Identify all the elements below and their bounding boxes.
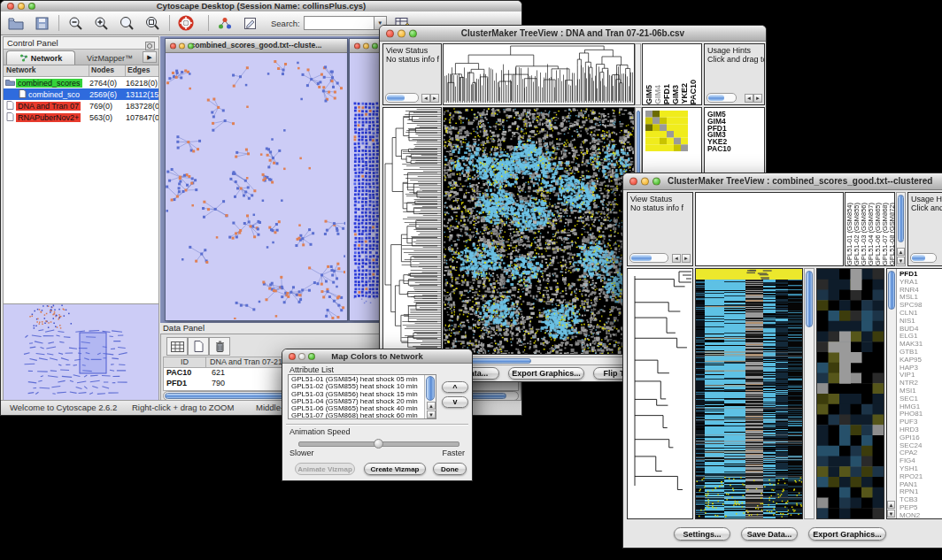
- dialog-title-bar[interactable]: Map Colors to Network: [282, 349, 472, 364]
- tab-network[interactable]: Network: [6, 50, 75, 65]
- heatmap-canvas[interactable]: [696, 269, 802, 518]
- network-graph-canvas[interactable]: [166, 53, 345, 319]
- frame-title-bar[interactable]: combined_scores_good.txt--cluste...: [166, 39, 347, 53]
- new-attribute-button[interactable]: [188, 337, 209, 356]
- attribute-item[interactable]: GPL51-07 (GSM868) heat shock 60 min: [291, 412, 436, 419]
- open-file-icon[interactable]: [6, 14, 26, 32]
- scroll-down-icon[interactable]: ▼: [427, 410, 436, 418]
- zoom-window-icon[interactable]: [652, 178, 660, 186]
- zoom-window-icon[interactable]: [28, 3, 35, 10]
- create-vizmap-button[interactable]: Create Vizmap: [364, 463, 426, 475]
- vizmapper-icon[interactable]: [215, 14, 235, 32]
- usage-hints-scrollbar[interactable]: [706, 93, 737, 103]
- done-button[interactable]: Done: [433, 463, 467, 475]
- gene-label[interactable]: MON2: [900, 512, 923, 519]
- attribute-list[interactable]: GPL51-01 (GSM854) heat shock 05 minGPL51…: [288, 374, 436, 419]
- close-icon[interactable]: [289, 353, 296, 360]
- scroll-down-icon[interactable]: ▼: [887, 510, 895, 518]
- network-row-rnapuber[interactable]: RNAPuberNov2+ 563(0) 107847(0): [4, 111, 158, 123]
- network-row-combined-scores[interactable]: combined_scores 2764(0) 16218(0): [4, 77, 158, 88]
- similarity-matrix-canvas[interactable]: [645, 111, 688, 151]
- treeview-combined-title-bar[interactable]: ClusterMaker TreeView : combined_scores_…: [623, 173, 942, 190]
- slider-thumb[interactable]: [374, 439, 383, 449]
- export-graphics-button[interactable]: Export Graphics...: [808, 527, 886, 541]
- gene-list-scrollbar[interactable]: ▲ ▼: [887, 269, 897, 518]
- close-icon[interactable]: [629, 178, 637, 186]
- annotation-icon[interactable]: [241, 14, 260, 32]
- column-label[interactable]: GIM3: [671, 85, 680, 104]
- float-panel-icon[interactable]: [145, 38, 155, 54]
- minimize-icon[interactable]: [363, 42, 369, 49]
- minimize-icon[interactable]: [641, 178, 649, 186]
- zoom-out-icon[interactable]: [66, 14, 85, 32]
- col-nodes[interactable]: Nodes: [89, 65, 126, 76]
- heatmap-panel[interactable]: [695, 268, 803, 519]
- treeview-dna-title-bar[interactable]: ClusterMaker TreeView : DNA and Tran 07-…: [380, 26, 766, 42]
- animate-vizmap-button[interactable]: Animate Vizmap: [295, 463, 355, 475]
- id-column-header[interactable]: ID: [164, 357, 206, 367]
- birdseye-view[interactable]: [4, 303, 158, 402]
- scroll-left-icon[interactable]: ◄: [421, 94, 430, 103]
- scroll-right-icon[interactable]: ►: [682, 254, 691, 263]
- zoom-selected-icon[interactable]: [117, 14, 136, 32]
- close-icon[interactable]: [386, 29, 394, 37]
- heatmap-canvas[interactable]: [444, 108, 634, 354]
- col-network[interactable]: Network: [4, 65, 89, 76]
- tab-vizmapper[interactable]: VizMapper™: [77, 51, 143, 65]
- column-dendrogram-panel[interactable]: [443, 43, 635, 105]
- column-labels-scrollbar[interactable]: ▲ ▼: [896, 192, 906, 266]
- move-up-button[interactable]: ^: [442, 381, 468, 393]
- scroll-up-icon[interactable]: ▲: [427, 402, 436, 410]
- detail-heatmap-panel[interactable]: [816, 268, 884, 519]
- column-dendrogram-canvas[interactable]: [444, 44, 634, 104]
- gene-label[interactable]: PAC10: [707, 146, 764, 153]
- minimize-icon[interactable]: [18, 3, 25, 10]
- zoom-window-icon[interactable]: [188, 42, 194, 49]
- zoom-window-icon[interactable]: [372, 42, 378, 49]
- heatmap-vscrollbar[interactable]: [804, 268, 815, 519]
- column-label[interactable]: GIM5: [645, 85, 653, 104]
- minimize-icon[interactable]: [398, 29, 405, 37]
- close-icon[interactable]: [354, 42, 360, 49]
- network-row-combined-sco-selected[interactable]: combined_sco 2569(6) 13112(15): [4, 88, 158, 100]
- col-edges[interactable]: Edges: [126, 65, 158, 76]
- row-dendrogram-canvas[interactable]: [628, 269, 692, 518]
- close-icon[interactable]: [170, 42, 176, 49]
- scroll-left-icon[interactable]: ◄: [745, 94, 753, 103]
- scroll-right-icon[interactable]: ►: [430, 94, 439, 103]
- heatmap-panel[interactable]: [443, 107, 635, 355]
- export-graphics-button[interactable]: Export Graphics...: [508, 367, 584, 380]
- zoom-window-icon[interactable]: [308, 353, 315, 360]
- attribute-list-scrollbar[interactable]: ▲ ▼: [424, 375, 436, 418]
- close-icon[interactable]: [7, 3, 14, 10]
- move-down-button[interactable]: v: [442, 396, 468, 408]
- row-dendrogram-canvas[interactable]: [383, 108, 441, 354]
- search-input[interactable]: [304, 16, 374, 30]
- help-lifering-icon[interactable]: [176, 14, 196, 32]
- scroll-left-icon[interactable]: ◄: [672, 254, 681, 263]
- network-row-dna-tran[interactable]: DNA and Tran 07 769(0) 183728(0): [4, 100, 158, 111]
- zoom-in-icon[interactable]: [91, 14, 111, 32]
- dendrogram-scroll-sliver[interactable]: [635, 43, 641, 105]
- usage-hints-scrollbar[interactable]: [910, 253, 937, 263]
- view-status-scrollbar[interactable]: [385, 93, 419, 103]
- birdseye-canvas[interactable]: [4, 304, 158, 401]
- animation-speed-slider[interactable]: [298, 441, 459, 447]
- zoom-window-icon[interactable]: [409, 29, 417, 37]
- array-column-label[interactable]: GPL51-08 (GSM872): [889, 203, 895, 265]
- column-dendrogram-panel[interactable]: [695, 192, 844, 266]
- zoom-fit-icon[interactable]: [143, 14, 162, 32]
- table-icon-button[interactable]: [166, 337, 188, 356]
- save-icon[interactable]: [32, 14, 51, 32]
- column-label[interactable]: GIM4: [653, 85, 662, 104]
- scroll-down-icon[interactable]: ▼: [897, 257, 905, 265]
- scroll-right-icon[interactable]: ►: [753, 94, 762, 103]
- detail-heatmap-canvas[interactable]: [817, 269, 884, 518]
- save-data-button[interactable]: Save Data...: [741, 527, 798, 541]
- column-label[interactable]: YKE2: [680, 83, 689, 104]
- column-label[interactable]: PFD1: [662, 84, 671, 104]
- settings-button[interactable]: Settings...: [674, 527, 730, 541]
- delete-attribute-button[interactable]: [209, 337, 230, 356]
- row-dendrogram-panel[interactable]: [382, 107, 442, 355]
- column-label[interactable]: PAC10: [689, 80, 698, 104]
